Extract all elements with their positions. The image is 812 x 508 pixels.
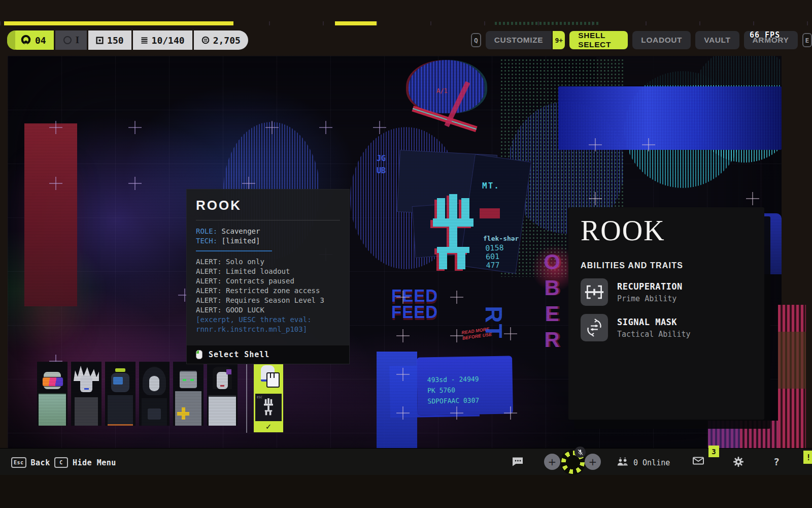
progress-segment	[335, 21, 377, 25]
capacity-badge: 10/140	[133, 30, 192, 50]
ability-name: SIGNAL MASK	[617, 317, 691, 327]
crosshair-mark	[746, 192, 759, 205]
shell-select-screen: A/1 JGUB MT. fle	[0, 0, 812, 508]
crosshair-mark	[265, 121, 279, 134]
crosshair-mark	[49, 121, 62, 134]
crosshair-mark	[49, 177, 62, 190]
bg-label-numbers: 0158 601 477	[485, 243, 504, 270]
ability-row: RECUPERATION Prime Ability	[581, 278, 752, 306]
mic-muted-icon	[574, 447, 586, 458]
headset-icon	[20, 35, 31, 46]
alert-badge: !	[803, 451, 812, 464]
alert-line: ALERT: GOOD LUCK	[196, 305, 340, 315]
credits-value: 2,705	[213, 35, 241, 46]
bg-label-mt: MT.	[482, 181, 500, 190]
esc-print: ESC	[257, 395, 262, 399]
hide-menu-button[interactable]: C Hide Menu	[54, 457, 116, 468]
rank-value: I	[76, 35, 79, 46]
ability-row: SIGNAL MASK Tactical Ability	[581, 314, 752, 341]
crosshair-mark	[642, 138, 655, 151]
bg-ub: UB	[377, 166, 386, 175]
currency-badge: 150	[88, 30, 131, 50]
mail-badge: 3	[708, 446, 719, 457]
tab-vault[interactable]: VAULT	[695, 31, 739, 49]
bg-label-jg: JGUB	[377, 152, 386, 177]
c-key-icon: C	[54, 457, 68, 468]
ability-type: Prime Ability	[617, 294, 683, 303]
tab-loadout[interactable]: LOADOUT	[632, 31, 691, 49]
role-label: ROLE:	[196, 227, 217, 235]
pixel-hand-cursor-icon	[266, 372, 280, 388]
help-button[interactable]: ?	[773, 456, 780, 468]
settings-button[interactable]	[732, 456, 745, 470]
back-button[interactable]: Esc Back	[11, 457, 50, 468]
bg-feed2: FEED	[391, 302, 438, 322]
frame-icon	[96, 37, 104, 44]
ring-icon	[63, 36, 72, 45]
shell-info-card: ROOK ROLE: Scavenger TECH: [limited] ALE…	[186, 189, 350, 364]
tech-label: TECH:	[196, 237, 217, 245]
voice-volume-down-button[interactable]: +	[544, 454, 560, 470]
ability-type: Tactical Ability	[617, 330, 691, 339]
shell-detail-title: ROOK	[581, 215, 752, 246]
striped-column	[708, 421, 779, 448]
crosshair-mark	[373, 121, 386, 134]
abilities-section-heading: ABILITIES AND TRAITS	[581, 261, 752, 270]
crosshair-mark	[450, 406, 463, 420]
shell-thumbnail-4[interactable]	[139, 362, 170, 426]
crosshair-mark	[128, 121, 142, 134]
crosshair-mark	[396, 406, 410, 420]
shell-thumbnail-5[interactable]	[173, 362, 204, 426]
red-chip	[480, 208, 500, 218]
tab-customize-group[interactable]: CUSTOMIZE 9+	[486, 31, 565, 49]
esc-key-icon: Esc	[11, 457, 26, 468]
excerpt-line: [excerpt, UESC threat eval:	[196, 315, 340, 325]
bg-jg: JG	[377, 154, 386, 163]
online-count-label: 0 Online	[633, 458, 670, 467]
thumbnail-divider	[246, 359, 247, 433]
rows-icon	[141, 37, 148, 44]
tab-shell-select[interactable]: SHELL SELECT	[569, 31, 628, 49]
progress-segment-dotted	[495, 22, 599, 25]
bottom-margin	[0, 474, 812, 508]
shell-thumbnail-1[interactable]	[37, 362, 67, 426]
q-key-hint: Q	[471, 33, 481, 47]
alert-line: ALERT: Contracts paused	[196, 276, 340, 286]
select-shell-action[interactable]: Select Shell	[187, 345, 349, 364]
hud-stat-badges: 04 I 150 10/140 2,705	[7, 30, 248, 50]
chat-icon	[512, 457, 524, 469]
shell-thumbnail-selected[interactable]: ESC ✓	[254, 356, 283, 432]
season-progress-strip	[0, 21, 812, 25]
shell-thumbnail-2[interactable]	[71, 362, 101, 426]
currency-value: 150	[107, 35, 124, 46]
coin-icon	[201, 36, 210, 44]
shell-thumbnail-3[interactable]	[105, 362, 136, 426]
check-icon: ✓	[254, 422, 283, 431]
crosshair-mark	[589, 192, 602, 205]
role-value: Scavenger	[222, 227, 260, 235]
chat-button[interactable]	[512, 457, 524, 469]
crosshair-mark	[504, 327, 517, 340]
blue-divider	[196, 250, 272, 251]
role-line: ROLE: Scavenger	[196, 227, 340, 236]
shell-thumbnail-6[interactable]	[207, 362, 238, 426]
blue-pillar	[377, 352, 417, 448]
tab-customize[interactable]: CUSTOMIZE	[486, 31, 552, 49]
alert-line: ALERT: Limited loadout	[196, 267, 340, 276]
crosshair-mark	[128, 177, 142, 190]
mouse-left-click-icon	[196, 350, 202, 359]
excerpt-line: rnnr.rk.instrctn.mnl_p103]	[196, 325, 340, 334]
robot-head	[409, 60, 485, 113]
online-count: 0 Online	[617, 457, 670, 468]
fps-counter: 66 FPS	[750, 30, 780, 40]
mail-button[interactable]	[693, 457, 704, 467]
gear-icon	[732, 456, 745, 470]
shell-detail-panel: ROOK ABILITIES AND TRAITS RECUPERATION P…	[568, 207, 764, 420]
alert-line: ALERT: Requires Season Level 3	[196, 296, 340, 305]
pixel-robot-body: ESC	[255, 394, 282, 421]
bg-label-a1: A/1	[436, 87, 448, 94]
voice-volume-up-button[interactable]: +	[585, 454, 601, 470]
tech-value: [limited]	[222, 237, 260, 245]
crosshair-mark	[589, 138, 602, 151]
striped-column	[778, 305, 806, 455]
